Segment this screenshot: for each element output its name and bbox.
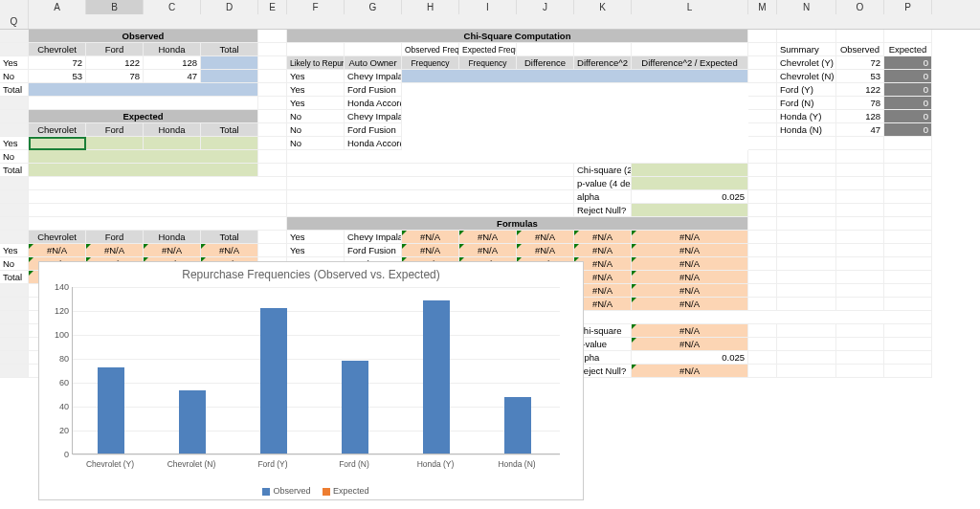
stat-reject-val[interactable] <box>632 204 748 217</box>
observed-hdr-total: Total <box>201 43 258 56</box>
col-A[interactable]: A <box>29 0 86 14</box>
obs-no-total[interactable] <box>201 70 258 83</box>
sum-row5-o: 47 <box>836 123 884 137</box>
sum-row0-l: Chevrolet (Y) <box>777 56 836 70</box>
col-F[interactable]: F <box>287 0 345 14</box>
spreadsheet-sheet[interactable]: A B C D E F G H I J K L M N O P Q Observ… <box>0 0 980 509</box>
chi-freq1: Frequency <box>402 56 459 70</box>
chi-q-0: Yes <box>287 70 345 83</box>
chart-x-label: Honda (Y) <box>407 459 464 469</box>
chi-diff-hdr: Difference <box>517 56 574 70</box>
col-N[interactable]: N <box>777 0 836 14</box>
observed-hdr-honda: Honda <box>144 43 201 56</box>
sum-row0-e: 0 <box>884 56 932 70</box>
chart-x-label: Chevrolet (Y) <box>81 459 139 469</box>
stat-alpha: alpha <box>574 190 632 204</box>
chart-x-label: Chevrolet (N) <box>163 459 220 469</box>
chart-x-label: Ford (Y) <box>244 459 301 469</box>
chi-owner-hdr: Auto Owner <box>345 56 402 70</box>
obs-no-honda[interactable]: 47 <box>144 70 201 83</box>
exp-hdr-chev: Chevrolet <box>29 123 86 137</box>
sum-row2-e: 0 <box>884 83 932 97</box>
chi-diff2-hdr: Difference^2 <box>574 56 632 70</box>
chi-q-2: Yes <box>287 97 345 110</box>
exp-no-label: No <box>0 150 29 164</box>
obs-yes-total[interactable] <box>201 56 258 70</box>
stat-reject: Reject Null? <box>574 204 632 217</box>
chart-bar <box>98 367 124 454</box>
exp-hdr-ford: Ford <box>86 123 144 137</box>
chi-own-1: Ford Fusion <box>345 83 402 97</box>
exp-total-label: Total <box>0 164 29 177</box>
stat-chi-val[interactable] <box>632 164 748 177</box>
chart-plot-area: 020406080100120140 <box>72 287 560 454</box>
chi-blue-block[interactable] <box>402 70 748 83</box>
observed-hdr-chev: Chevrolet <box>29 43 86 56</box>
exp-yes-label: Yes <box>0 137 29 150</box>
col-K[interactable]: K <box>574 0 632 14</box>
chart-bar <box>504 397 531 454</box>
legend-swatch-expected <box>323 488 330 496</box>
col-M[interactable]: M <box>748 0 777 14</box>
sum-row2-o: 122 <box>836 83 884 97</box>
obs-no-chev[interactable]: 53 <box>29 70 86 83</box>
sum-row0-o: 72 <box>836 56 884 70</box>
col-C[interactable]: C <box>144 0 201 14</box>
chi-own-5: Honda Accord <box>345 137 402 150</box>
col-P[interactable]: P <box>884 0 932 14</box>
chi-q-hdr: Likely to Repurchase? <box>287 56 345 70</box>
sum-row4-l: Honda (Y) <box>777 110 836 123</box>
chart-title: Repurchase Frequencies (Observed vs. Exp… <box>39 262 583 283</box>
sum-row5-e: 0 <box>884 123 932 137</box>
chi-hdr-expf: Expected Frequency <box>459 43 517 56</box>
chi-own-0: Chevy Impala <box>345 70 402 83</box>
observed-hdr-ford: Ford <box>86 43 144 56</box>
chart-legend: Observed Expected <box>39 486 583 496</box>
sum-row4-o: 128 <box>836 110 884 123</box>
col-G[interactable]: G <box>345 0 402 14</box>
sum-row2-l: Ford (Y) <box>777 83 836 97</box>
chi-own-4: Ford Fusion <box>345 123 402 137</box>
col-I[interactable]: I <box>459 0 517 14</box>
active-cell[interactable] <box>29 137 86 150</box>
chi-q-3: No <box>287 110 345 123</box>
obs-no-ford[interactable]: 78 <box>86 70 144 83</box>
chart-bar <box>423 300 450 454</box>
chart-bar <box>260 308 287 454</box>
col-D[interactable]: D <box>201 0 258 14</box>
chart-x-label: Ford (N) <box>325 459 383 469</box>
stat-pval-val[interactable] <box>632 177 748 190</box>
col-L[interactable]: L <box>632 0 748 14</box>
obs-total-label: Total <box>0 83 29 97</box>
col-J[interactable]: J <box>517 0 574 14</box>
stat-alpha-val[interactable]: 0.025 <box>632 190 748 204</box>
obs-yes-honda[interactable]: 128 <box>144 56 201 70</box>
embedded-chart[interactable]: Repurchase Frequencies (Observed vs. Exp… <box>38 261 584 500</box>
obs-yes-label: Yes <box>0 56 29 70</box>
col-H[interactable]: H <box>402 0 459 14</box>
chi-freq2: Frequency <box>459 56 517 70</box>
col-Q[interactable]: Q <box>0 14 29 29</box>
obs-yes-chev[interactable]: 72 <box>29 56 86 70</box>
chisq-title: Chi-Square Computation <box>287 30 748 43</box>
obs-yes-ford[interactable]: 122 <box>86 56 144 70</box>
column-header-row[interactable]: A B C D E F G H I J K L M N O P Q <box>0 0 980 30</box>
sum-row4-e: 0 <box>884 110 932 123</box>
chi-q-4: No <box>287 123 345 137</box>
col-O[interactable]: O <box>836 0 884 14</box>
sum-row1-o: 53 <box>836 70 884 83</box>
sum-row1-l: Chevrolet (N) <box>777 70 836 83</box>
col-B[interactable]: B <box>86 0 144 14</box>
observed-title: Observed <box>29 30 258 43</box>
summary-exp-hdr: Expected <box>884 43 932 56</box>
stat-pval: p-value (4 decimals) <box>574 177 632 190</box>
chi-hdr-obsf: Observed Frequency <box>402 43 459 56</box>
col-E[interactable]: E <box>258 0 287 14</box>
summary-title: Summary <box>777 43 836 56</box>
exp-hdr-honda: Honda <box>144 123 201 137</box>
sum-row3-e: 0 <box>884 97 932 110</box>
formulas-title: Formulas <box>287 217 748 231</box>
obs-total-row[interactable] <box>29 83 258 97</box>
chart-x-label: Honda (N) <box>488 459 546 469</box>
obs-no-label: No <box>0 70 29 83</box>
